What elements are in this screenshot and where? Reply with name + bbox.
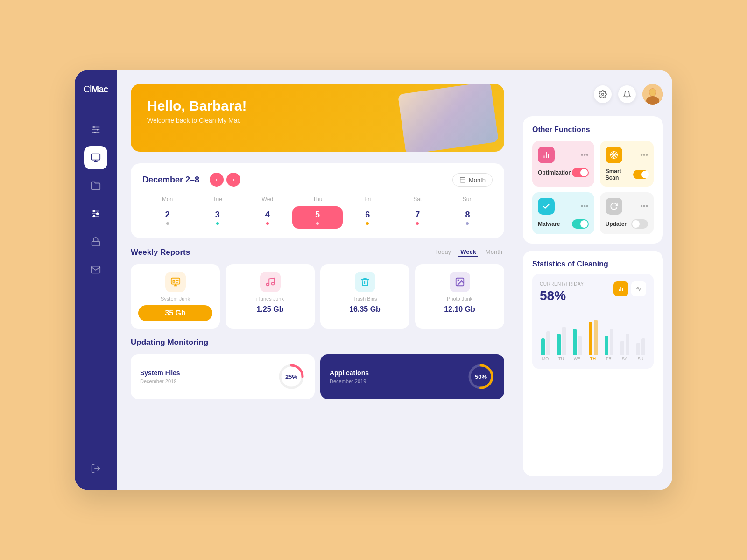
period-tab-week[interactable]: Week — [458, 247, 478, 257]
period-tab-today[interactable]: Today — [433, 247, 453, 257]
calendar-day-3[interactable]: 3 — [192, 206, 242, 229]
stats-header: CURRENT/FRIDAY 58% — [540, 281, 646, 310]
stats-buttons — [613, 281, 646, 296]
calendar-next-btn[interactable]: › — [226, 173, 240, 187]
monitor-system-files-info: System Files December 2019 — [140, 369, 180, 384]
calendar-month-btn[interactable]: Month — [452, 173, 493, 187]
monitor-system-files-label: System Files — [140, 369, 180, 377]
updater-toggle[interactable] — [631, 219, 648, 229]
svg-rect-6 — [92, 154, 100, 160]
bar-label-we: WE — [574, 357, 581, 361]
hero-banner: Hello, Barbara! Welcome back to Clean My… — [131, 84, 504, 152]
bar-chart: MO TU WE — [540, 315, 646, 361]
photo-junk-icon — [450, 272, 470, 292]
bar-label-sa: SA — [622, 357, 627, 361]
sidebar-item-mail[interactable] — [84, 258, 107, 281]
system-junk-btn[interactable]: 35 Gb — [138, 305, 212, 321]
smart-scan-toggle[interactable] — [633, 170, 648, 179]
smart-scan-card-bottom: Smart Scan — [606, 168, 648, 181]
calendar-view-mode: Month — [469, 176, 486, 183]
bar-group-th: TH — [587, 317, 599, 361]
system-files-progress: 25% — [277, 363, 305, 391]
smart-scan-card-top: ••• — [606, 147, 648, 163]
malware-icon — [538, 198, 555, 215]
monitor-card-applications: Applications December 2019 50% — [320, 354, 504, 399]
svg-point-30 — [602, 93, 604, 96]
calendar-day-8[interactable]: 8 — [443, 206, 493, 229]
smart-scan-icon — [606, 147, 622, 163]
sidebar-item-lock[interactable] — [84, 230, 107, 253]
svg-point-12 — [93, 210, 95, 212]
bar-label-tu: TU — [558, 357, 564, 361]
bar-group-tu: TU — [556, 317, 567, 361]
calendar-day-4[interactable]: 4 — [242, 206, 292, 229]
updater-dots[interactable]: ••• — [640, 202, 648, 210]
optimization-toggle[interactable] — [572, 168, 589, 177]
svg-point-14 — [93, 216, 95, 217]
settings-btn[interactable] — [594, 85, 612, 103]
bar-group-mo: MO — [540, 317, 551, 361]
bar-we-1 — [573, 329, 577, 355]
malware-card-top: ••• — [538, 198, 589, 215]
trash-bins-value: 16.35 Gb — [349, 305, 381, 314]
stats-bar-btn[interactable] — [613, 281, 628, 296]
day-header-wed: Wed — [242, 196, 292, 203]
calendar-day-7[interactable]: 7 — [393, 206, 443, 229]
malware-label: Malware — [538, 221, 560, 227]
updater-card-top: ••• — [606, 198, 648, 215]
sidebar-item-monitor[interactable] — [84, 146, 107, 169]
trash-bins-icon — [355, 272, 375, 292]
sidebar-item-folder[interactable] — [84, 174, 107, 197]
stats-line-btn[interactable] — [631, 281, 646, 296]
user-avatar[interactable] — [642, 84, 663, 105]
bar-th-1 — [589, 322, 592, 355]
monitoring-title: Updating Monitoring — [131, 338, 208, 347]
logout-button[interactable] — [91, 463, 101, 476]
nav-items — [84, 118, 107, 463]
notifications-btn[interactable] — [618, 85, 636, 103]
stats-current-value: 58% — [540, 288, 584, 303]
optimization-dots[interactable]: ••• — [581, 151, 589, 159]
period-tabs: Today Week Month — [433, 247, 504, 257]
monitor-applications-sublabel: December 2019 — [330, 378, 369, 384]
updater-icon — [606, 198, 622, 215]
calendar-day-2[interactable]: 2 — [142, 206, 192, 229]
monitor-applications-info: Applications December 2019 — [330, 369, 369, 384]
applications-pct: 50% — [467, 363, 495, 391]
malware-toggle[interactable] — [572, 219, 589, 229]
bar-label-fr: FR — [606, 357, 612, 361]
calendar-day-6[interactable]: 6 — [343, 206, 393, 229]
report-card-trash-bins: Trash Bins 16.35 Gb — [320, 264, 409, 329]
function-card-smart-scan: ••• Smart Scan — [600, 141, 654, 187]
svg-point-13 — [97, 213, 99, 215]
smart-scan-dots[interactable]: ••• — [640, 151, 648, 159]
day-header-sun: Sun — [443, 196, 493, 203]
logo-prefix: Cl — [84, 84, 92, 94]
day-header-thu: Thu — [292, 196, 342, 203]
malware-dots[interactable]: ••• — [581, 202, 589, 210]
reports-header: Weekly Reports Today Week Month — [131, 247, 504, 257]
main-content: Hello, Barbara! Welcome back to Clean My… — [117, 70, 518, 490]
calendar-nav-arrows: ‹ › — [210, 173, 240, 187]
stats-info: CURRENT/FRIDAY 58% — [540, 281, 584, 310]
reports-title: Weekly Reports — [131, 248, 190, 257]
calendar-prev-btn[interactable]: ‹ — [210, 173, 224, 187]
period-tab-month[interactable]: Month — [484, 247, 504, 257]
svg-point-3 — [93, 126, 95, 128]
hero-laptop-image — [398, 84, 499, 152]
itunes-junk-value: 1.25 Gb — [257, 305, 284, 314]
bar-fr-1 — [605, 336, 608, 355]
sidebar-item-equalizer[interactable] — [84, 118, 107, 141]
panel-header — [523, 84, 663, 105]
bar-sa-1 — [620, 341, 624, 355]
system-files-pct: 25% — [277, 363, 305, 391]
sidebar-item-sliders[interactable] — [84, 202, 107, 225]
report-card-system-junk: System Junk 35 Gb — [131, 264, 220, 329]
smart-scan-label: Smart Scan — [606, 168, 633, 181]
bar-label-su: SU — [638, 357, 644, 361]
svg-point-38 — [613, 154, 614, 156]
itunes-junk-icon — [260, 272, 281, 292]
updater-label: Updater — [606, 221, 627, 227]
updater-card-bottom: Updater — [606, 219, 648, 229]
calendar-day-5[interactable]: 5 — [292, 206, 342, 229]
